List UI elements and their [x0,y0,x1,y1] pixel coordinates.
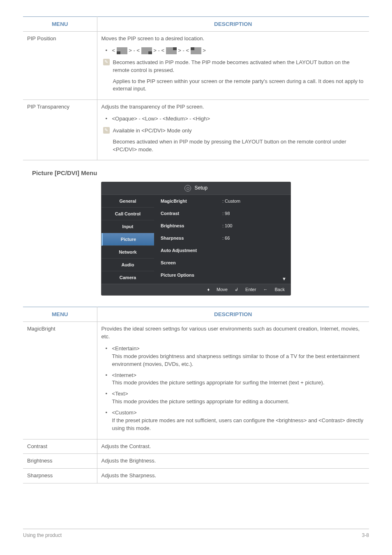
table-row: Brightness Adjusts the Brightness. [23,454,369,469]
pip-pos-bottom-left-icon [117,47,127,54]
osd-nav: General Call Control Input Picture Netwo… [101,195,154,284]
note-text: Becomes activated in PIP mode. The PIP m… [113,59,365,74]
osd-main: MagicBright: Custom Contrast: 98 Brightn… [154,195,291,284]
transparency-options: <Opaque> - <Low> - <Medium> - <High> [105,115,365,123]
menu-cell: Brightness [23,454,97,469]
table-row: Sharpness Adjusts the Sharpness. [23,469,369,483]
footer-right: 3-8 [362,532,369,538]
note-icon [103,127,110,134]
mode-custom: <Custom> If the preset picture modes are… [105,409,365,432]
pip-pos-bottom-right-icon [141,47,152,54]
desc-cell: Provides the ideal screen settngs for va… [97,322,369,439]
desc-cell: Adjusts the Sharpness. [97,469,369,483]
footer-enter: ↲ Enter [235,287,256,292]
row-intro: Adjusts the transparency of the PIP scre… [101,103,365,111]
osd-nav-audio[interactable]: Audio [101,259,154,271]
osd-footer: ♦ Move ↲ Enter ← Back [101,284,291,295]
desc-cell: Adjusts the Brightness. [97,454,369,469]
note-icon [103,59,110,65]
col-menu: MENU [23,17,97,32]
pip-pos-top-left-icon [191,47,201,54]
osd-row-auto-adjustment[interactable]: Auto Adjustment [154,244,291,257]
table-row: Contrast Adjusts the Contrast. [23,439,369,454]
mode-internet: <Internet> This mode provides the pictur… [105,372,365,387]
osd-title: Setup [101,182,291,195]
table-row: PIP Transparency Adjusts the transparenc… [23,100,369,160]
col-menu: MENU [23,307,97,322]
osd-nav-call-control[interactable]: Call Control [101,208,154,220]
col-desc: DESCRIPTION [97,17,369,32]
note-text: Becomes activated when in PIP mode by pr… [113,138,365,154]
page-footer: Using the product 3-8 [23,529,369,538]
note-text: Available in <PC/DVI> Mode only [113,127,365,135]
desc-cell: Moves the PIP screen to a desired locati… [97,32,369,100]
footer-left: Using the product [23,532,62,538]
osd-row-screen[interactable]: Screen [154,257,291,269]
gear-icon [184,185,191,192]
desc-cell: Adjusts the Contrast. [97,439,369,454]
table-row: MagicBright Provides the ideal screen se… [23,322,369,439]
position-options: < > - < > - < > - < > [105,47,365,55]
menu-cell: Sharpness [23,469,97,483]
osd-row-contrast[interactable]: Contrast: 98 [154,207,291,220]
footer-back: ← Back [263,287,285,292]
table-pip: MENU DESCRIPTION PIP Position Moves the … [23,16,369,160]
osd-panel: Setup General Call Control Input Picture… [101,182,291,295]
row-intro: Provides the ideal screen settngs for va… [101,325,365,341]
osd-nav-input[interactable]: Input [101,220,154,233]
scroll-down-icon[interactable]: ▼ [282,276,286,281]
row-intro: Moves the PIP screen to a desired locati… [101,35,365,43]
menu-cell: Contrast [23,439,97,454]
osd-nav-picture[interactable]: Picture [101,233,154,246]
osd-row-picture-options[interactable]: Picture Options [154,269,291,281]
osd-row-magicbright[interactable]: MagicBright: Custom [154,195,291,207]
osd-nav-general[interactable]: General [101,195,154,208]
table-picture: MENU DESCRIPTION MagicBright Provides th… [23,307,369,483]
desc-cell: Adjusts the transparency of the PIP scre… [97,100,369,160]
osd-row-sharpness[interactable]: Sharpness: 66 [154,232,291,244]
note-text: Applies to the PIP screen within your sc… [113,78,365,93]
menu-cell: PIP Transparency [23,100,97,160]
osd-row-brightness[interactable]: Brightness: 100 [154,220,291,232]
menu-cell: PIP Position [23,32,97,100]
note-block: Available in <PC/DVI> Mode only Becomes … [101,127,365,154]
mode-text: <Text> This mode provides the picture se… [105,390,365,406]
pip-pos-top-right-icon [166,47,177,54]
section-heading: Picture [PC/DVI] Menu [32,169,369,176]
note-block: Becomes activated in PIP mode. The PIP m… [101,59,365,93]
table-row: PIP Position Moves the PIP screen to a d… [23,32,369,100]
col-desc: DESCRIPTION [97,307,369,322]
footer-move: ♦ Move [207,287,228,292]
osd-nav-network[interactable]: Network [101,246,154,259]
osd-nav-camera[interactable]: Camera [101,271,154,284]
menu-cell: MagicBright [23,322,97,439]
mode-entertain: <Entertain> This mode provides brightnes… [105,345,365,368]
